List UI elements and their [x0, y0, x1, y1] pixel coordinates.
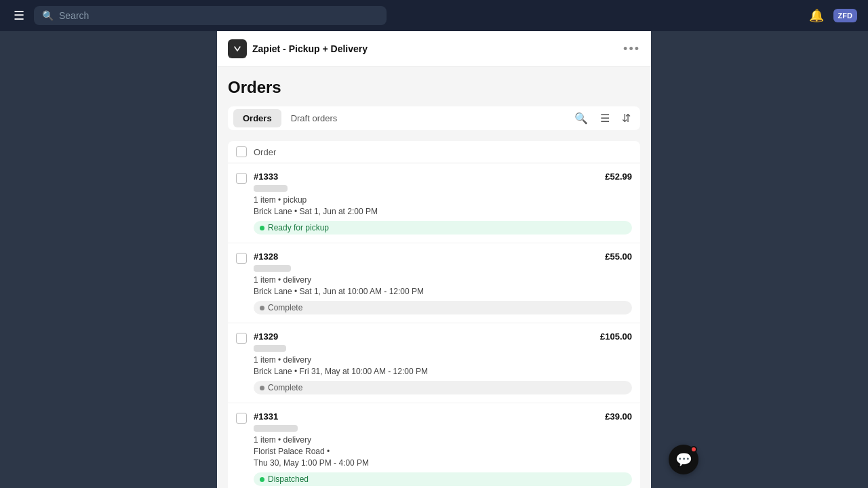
order-meta-1329: 1 item • delivery [254, 355, 632, 365]
status-badge-complete-1328: Complete [254, 301, 632, 314]
order-top-row-1329: #1329 £105.00 [254, 331, 632, 342]
order-top-row-1333: #1333 £52.99 [254, 171, 632, 182]
badge-label-1333: Ready for pickup [268, 223, 329, 232]
app-header: Zapiet - Pickup + Delivery ••• [217, 31, 651, 67]
badge-dot-icon [260, 306, 264, 310]
tabs-row: Orders Draft orders 🔍 ☰ ⇵ [228, 106, 640, 130]
order-number-1331: #1331 [254, 411, 278, 422]
hamburger-menu-icon[interactable]: ☰ [11, 5, 27, 26]
order-price-1328: £55.00 [605, 251, 632, 262]
orders-section: Orders Orders Draft orders 🔍 ☰ ⇵ [217, 67, 651, 130]
page-title: Orders [228, 78, 640, 97]
order-item[interactable]: #1328 £55.00 1 item • delivery Brick Lan… [228, 243, 640, 323]
order-customer-name-blur-1328 [254, 265, 291, 272]
main-panel: Zapiet - Pickup + Delivery ••• Orders Or… [217, 31, 651, 488]
select-all-checkbox[interactable] [236, 146, 247, 157]
order-address-1328: Brick Lane • Sat 1, Jun at 10:00 AM - 12… [254, 287, 632, 296]
order-content-1329: #1329 £105.00 1 item • delivery Brick La… [254, 331, 632, 394]
user-avatar-badge[interactable]: ZFD [833, 9, 857, 22]
notification-bell-icon[interactable]: 🔔 [806, 5, 827, 26]
status-badge-dispatched-1331: Dispatched [254, 472, 632, 486]
order-meta-1333: 1 item • pickup [254, 195, 632, 205]
order-number-1333: #1333 [254, 171, 278, 182]
badge-label-1328: Complete [268, 303, 302, 312]
status-badge-complete-1329: Complete [254, 381, 632, 394]
badge-dot-icon [260, 477, 264, 482]
order-customer-name-blur-1329 [254, 345, 286, 352]
svg-rect-0 [232, 43, 243, 54]
order-customer-name-blur-1331 [254, 425, 298, 432]
order-column-header: Order [254, 147, 276, 157]
order-number-1328: #1328 [254, 251, 278, 262]
app-header-left: Zapiet - Pickup + Delivery [228, 39, 368, 58]
badge-label-1331: Dispatched [268, 474, 309, 484]
order-item[interactable]: #1333 £52.99 1 item • pickup Brick Lane … [228, 163, 640, 243]
app-options-button[interactable]: ••• [623, 42, 640, 56]
order-price-1329: £105.00 [600, 331, 632, 342]
status-badge-ready-1333: Ready for pickup [254, 221, 632, 235]
order-top-row-1328: #1328 £55.00 [254, 251, 632, 262]
order-number-1329: #1329 [254, 331, 278, 342]
order-item[interactable]: #1331 £39.00 1 item • delivery Florist P… [228, 403, 640, 488]
order-content-1331: #1331 £39.00 1 item • delivery Florist P… [254, 411, 632, 486]
app-title: Zapiet - Pickup + Delivery [252, 43, 368, 54]
order-top-row-1331: #1331 £39.00 [254, 411, 632, 422]
orders-list: Order #1333 £52.99 1 item • pickup Brick… [228, 141, 640, 488]
order-price-1331: £39.00 [605, 411, 632, 422]
orders-list-header: Order [228, 141, 640, 163]
order-content-1333: #1333 £52.99 1 item • pickup Brick Lane … [254, 171, 632, 235]
chat-icon: 💬 [675, 451, 692, 468]
tab-orders[interactable]: Orders [233, 109, 281, 127]
search-input[interactable] [59, 10, 378, 21]
order-checkbox-1331[interactable] [236, 413, 247, 424]
order-address-line1-1331: Florist Palace Road • [254, 447, 632, 456]
order-content-1328: #1328 £55.00 1 item • delivery Brick Lan… [254, 251, 632, 314]
filter-button[interactable]: ☰ [596, 109, 614, 127]
order-meta-1331: 1 item • delivery [254, 435, 632, 445]
order-checkbox-1328[interactable] [236, 253, 247, 264]
order-price-1333: £52.99 [605, 171, 632, 182]
sort-button[interactable]: ⇵ [618, 109, 635, 127]
app-logo [228, 39, 247, 58]
search-bar[interactable]: 🔍 [34, 6, 387, 25]
badge-dot-icon [260, 386, 264, 390]
order-meta-1328: 1 item • delivery [254, 275, 632, 285]
tabs-list: Orders Draft orders [233, 109, 347, 127]
chat-notification-dot [690, 446, 697, 453]
order-address-1333: Brick Lane • Sat 1, Jun at 2:00 PM [254, 207, 632, 216]
order-checkbox-1329[interactable] [236, 333, 247, 344]
order-checkbox-1333[interactable] [236, 173, 247, 184]
order-item[interactable]: #1329 £105.00 1 item • delivery Brick La… [228, 323, 640, 403]
badge-dot-icon [260, 226, 264, 230]
tab-draft-orders[interactable]: Draft orders [281, 109, 347, 127]
search-icon: 🔍 [42, 10, 54, 21]
badge-label-1329: Complete [268, 383, 302, 392]
order-address-line2-1331: Thu 30, May 1:00 PM - 4:00 PM [254, 458, 632, 468]
order-address-1329: Brick Lane • Fri 31, May at 10:00 AM - 1… [254, 367, 632, 376]
chat-bubble-button[interactable]: 💬 [669, 445, 698, 474]
search-orders-button[interactable]: 🔍 [570, 109, 592, 127]
order-customer-name-blur-1333 [254, 185, 288, 192]
tab-actions: 🔍 ☰ ⇵ [570, 109, 635, 127]
top-bar: ☰ 🔍 🔔 ZFD [0, 0, 868, 31]
